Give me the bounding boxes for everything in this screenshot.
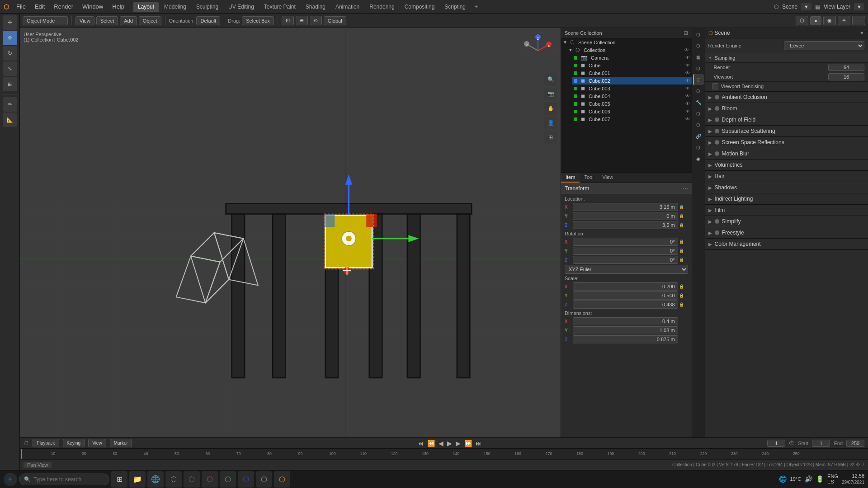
tool-cursor[interactable]: ✛ bbox=[3, 15, 17, 30]
simplify-enable[interactable] bbox=[715, 219, 719, 224]
tab-item[interactable]: Item bbox=[561, 173, 580, 183]
camera-vis[interactable]: 👁 bbox=[685, 55, 690, 60]
tool-measure[interactable]: 📐 bbox=[3, 113, 17, 127]
lock-scale-z-icon[interactable]: 🔒 bbox=[679, 302, 688, 307]
timeline-ruler[interactable]: 1 10 20 30 40 50 60 70 80 90 100 110 120… bbox=[20, 448, 868, 459]
rotation-x-input[interactable] bbox=[573, 238, 678, 246]
taskbar-app3[interactable]: ⬡ bbox=[202, 471, 218, 488]
tool-annotate[interactable]: ✏ bbox=[3, 97, 17, 112]
mb-enable[interactable] bbox=[715, 151, 719, 156]
start-frame-input[interactable] bbox=[812, 440, 830, 447]
outliner-item-camera[interactable]: 📷 Camera 👁 bbox=[572, 54, 692, 61]
film-header[interactable]: ▶ Film bbox=[705, 205, 868, 216]
viewport-options[interactable]: ⋯ bbox=[852, 16, 865, 25]
outliner-item-cube003[interactable]: ◼ Cube.003 👁 bbox=[572, 84, 692, 92]
dof-header[interactable]: ▶ Depth of Field bbox=[705, 114, 868, 125]
taskbar-app4[interactable]: ⬡ bbox=[220, 471, 236, 488]
workspace-sculpting[interactable]: Sculpting bbox=[192, 2, 223, 12]
props-render-icon[interactable]: ⬡ bbox=[693, 29, 704, 40]
menu-render[interactable]: Render bbox=[50, 2, 77, 11]
cube003-vis[interactable]: 👁 bbox=[685, 86, 690, 91]
outliner-item-cube001[interactable]: ◼ Cube.001 👁 bbox=[572, 69, 692, 77]
play-btn[interactable]: ▶ bbox=[447, 440, 452, 447]
hair-header[interactable]: ▶ Hair bbox=[705, 171, 868, 182]
props-output-icon[interactable]: ⬡ bbox=[693, 40, 704, 51]
dof-enable[interactable] bbox=[715, 117, 719, 122]
prev-frame-btn[interactable]: ⏪ bbox=[427, 440, 435, 447]
taskbar-app6[interactable]: ⬡ bbox=[256, 471, 272, 488]
taskbar-app2[interactable]: ⬡ bbox=[184, 471, 200, 488]
prev-keyframe-btn[interactable]: ◀ bbox=[439, 440, 443, 447]
bloom-enable[interactable] bbox=[715, 106, 719, 111]
tool-rotate[interactable]: ↻ bbox=[3, 46, 17, 61]
ssr-header[interactable]: ▶ Screen Space Reflections bbox=[705, 137, 868, 148]
cube001-vis[interactable]: 👁 bbox=[685, 70, 690, 75]
tool-transform[interactable]: ⊞ bbox=[3, 77, 17, 91]
cube004-vis[interactable]: 👁 bbox=[685, 94, 690, 99]
next-keyframe-btn[interactable]: ▶ bbox=[456, 440, 461, 447]
props-view-layer-icon[interactable]: ▦ bbox=[693, 52, 704, 62]
keying-menu[interactable]: Keying bbox=[63, 439, 85, 447]
workspace-texture-paint[interactable]: Texture Paint bbox=[259, 2, 300, 12]
lock-z-icon[interactable]: 🔒 bbox=[679, 223, 688, 227]
outliner-item-cube002[interactable]: ◼ Cube.002 👁 bbox=[572, 77, 692, 84]
render-engine-select[interactable]: Eevee bbox=[784, 41, 864, 50]
object-btn[interactable]: Object bbox=[139, 16, 161, 25]
props-scene-icon[interactable]: ⬡ bbox=[693, 63, 704, 74]
props-material-icon[interactable]: ◉ bbox=[693, 153, 704, 164]
outliner-item-cube[interactable]: ◼ Cube 👁 bbox=[572, 61, 692, 69]
ao-header[interactable]: ▶ Ambient Occlusion bbox=[705, 92, 868, 103]
snapping-selector[interactable]: ⊕ bbox=[296, 16, 308, 25]
taskbar-files-btn[interactable]: 📁 bbox=[129, 471, 146, 488]
add-btn[interactable]: Add bbox=[120, 16, 137, 25]
view-btn[interactable]: View bbox=[75, 16, 94, 25]
pivot-selector[interactable]: ⊡ bbox=[282, 16, 294, 25]
workspace-rendering[interactable]: Rendering bbox=[365, 2, 399, 12]
orientation-selector[interactable]: Default bbox=[196, 16, 220, 25]
timeline-view-menu[interactable]: View bbox=[88, 439, 106, 447]
tool-move[interactable]: ✥ bbox=[3, 31, 17, 45]
render-value-input[interactable] bbox=[828, 64, 864, 71]
dim-y-input[interactable] bbox=[573, 326, 678, 334]
transform-more[interactable]: ⋯ bbox=[683, 185, 688, 192]
props-particles-icon[interactable]: ⬡ bbox=[693, 108, 704, 119]
lock-rot-y-icon[interactable]: 🔒 bbox=[679, 249, 688, 253]
scene-browse-icon[interactable]: ▼ bbox=[859, 30, 864, 36]
dim-z-input[interactable] bbox=[573, 335, 678, 343]
workspace-modeling[interactable]: Modeling bbox=[160, 2, 191, 12]
props-physics-icon[interactable]: ⬡ bbox=[693, 119, 704, 130]
workspace-animation[interactable]: Animation bbox=[331, 2, 364, 12]
lock-rot-x-icon[interactable]: 🔒 bbox=[679, 239, 688, 244]
props-modifier-icon[interactable]: 🔧 bbox=[693, 97, 704, 108]
outliner-item-cube004[interactable]: ◼ Cube.004 👁 bbox=[572, 92, 692, 100]
pan-btn[interactable]: ✋ bbox=[544, 102, 557, 115]
ao-enable[interactable] bbox=[715, 95, 719, 99]
menu-file[interactable]: File bbox=[13, 2, 29, 11]
camera-btn[interactable]: 📷 bbox=[544, 88, 557, 100]
next-frame-btn[interactable]: ⏩ bbox=[464, 440, 472, 447]
cube002-vis[interactable]: 👁 bbox=[685, 78, 690, 83]
simplify-header[interactable]: ▶ Simplify bbox=[705, 216, 868, 227]
viewport-denoising-checkbox[interactable] bbox=[712, 83, 718, 89]
cube-vis[interactable]: 👁 bbox=[685, 63, 690, 68]
tab-tool[interactable]: Tool bbox=[580, 173, 598, 183]
proportional-selector[interactable]: ⊙ bbox=[310, 16, 322, 25]
add-workspace-btn[interactable]: + bbox=[471, 2, 481, 12]
search-input[interactable] bbox=[33, 476, 104, 483]
timeline-marker-menu[interactable]: Marker bbox=[110, 439, 132, 447]
scene-selector[interactable]: ▼ bbox=[801, 3, 811, 10]
cm-header[interactable]: ▶ Color Management bbox=[705, 239, 868, 249]
drag-selector[interactable]: Select Box bbox=[242, 16, 274, 25]
viewport-gizmo[interactable]: Z X Y bbox=[520, 33, 556, 69]
sss-enable[interactable] bbox=[715, 129, 719, 133]
rotation-y-input[interactable] bbox=[573, 247, 678, 255]
rotation-mode-select[interactable]: XYZ Euler bbox=[565, 265, 688, 274]
dim-x-input[interactable] bbox=[573, 317, 678, 325]
viewport-value-input[interactable] bbox=[828, 73, 864, 80]
sss-header[interactable]: ▶ Subsurface Scattering bbox=[705, 126, 868, 136]
outliner-filter-icon[interactable]: ⊟ bbox=[684, 30, 688, 36]
taskbar-blender-btn[interactable]: ⬡ bbox=[165, 471, 182, 488]
end-frame-input[interactable] bbox=[846, 440, 864, 447]
grid-btn[interactable]: ⊞ bbox=[544, 131, 557, 144]
location-x-input[interactable] bbox=[573, 203, 678, 211]
